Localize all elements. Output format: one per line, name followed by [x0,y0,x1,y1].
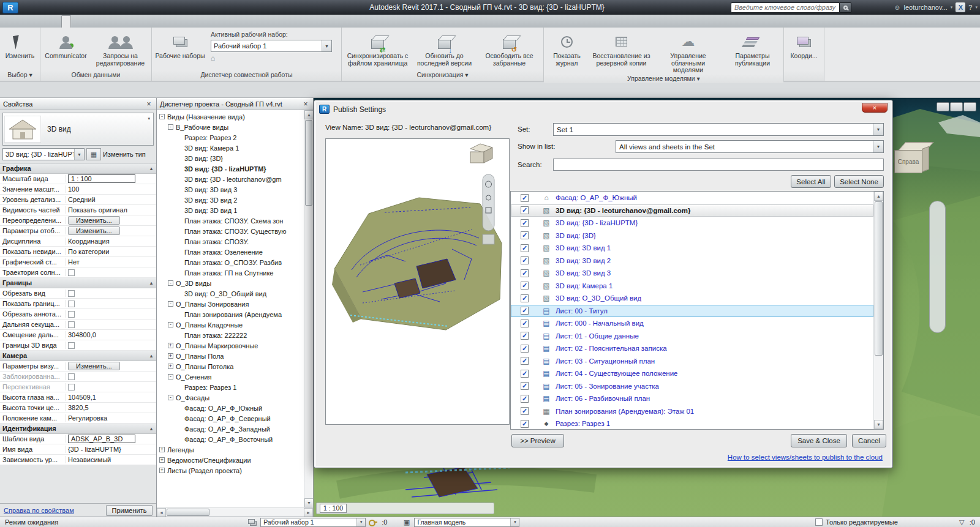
tree-item-label[interactable]: О_Планы Потолка [176,363,233,370]
active-workset-select[interactable]: Рабочий набор 1 ▼ [211,40,332,52]
tree-item-label[interactable]: Листы (Раздел проекта) [167,467,242,474]
tree-expander-icon[interactable]: - [168,301,173,307]
tree-item-label[interactable]: Виды (Назначение вида) [167,113,245,121]
tree-item[interactable]: План этажа: СПОЗУ. [157,236,313,247]
property-value[interactable]: 1 : 100 [68,174,135,183]
list-item[interactable]: ✓ ▧ 3D вид: 3D вид 2 [511,255,873,267]
tree-item-label[interactable]: О_Сечения [176,373,211,381]
tree-item[interactable]: Разрез: Разрез 2 [157,132,313,143]
ribbon-tab[interactable] [61,15,71,28]
account-name[interactable]: leoturchanov... [904,4,948,11]
browser-vertical-scrollbar[interactable]: ▲ ▼ [304,110,313,507]
dialog-titlebar[interactable]: R Publish Settings × [314,100,892,116]
property-edit-button[interactable]: Изменить... [68,226,120,235]
row-label[interactable]: Лист: 01 - Общие данные [556,332,639,340]
property-row[interactable]: Масштаб вида 1 : 100 1 : 100 [0,174,156,184]
tree-item[interactable]: План этажа: ГП на Спутнике [157,267,313,278]
panel-label-manage-models[interactable]: Управление моделями ▾ [544,74,783,83]
tree-item-label[interactable]: О_Планы Кладочные [176,321,243,329]
type-selector[interactable]: 3D вид ▾ [2,113,154,146]
property-row[interactable]: Параметры визу... Изменить... Изменить..… [0,361,156,372]
property-checkbox[interactable] [68,311,75,318]
save-close-button[interactable]: Save & Close [791,434,847,447]
tree-item[interactable]: + О_Планы Пола [157,351,313,361]
filter-icon[interactable]: ▽ [957,518,967,526]
list-item[interactable]: ✓ ▤ Лист: 05 - Зонирование участка [511,380,873,393]
property-row[interactable]: Смещение даль... 304800,0 304800,0 [0,330,156,340]
tree-expander-icon[interactable]: - [168,124,173,130]
tree-item-label[interactable]: О_Фасады [176,394,209,402]
exchange-apps-icon[interactable]: X [956,2,965,12]
list-item[interactable]: ✓ ▤ Лист: 03 - Ситуационный план [511,355,873,368]
tree-item[interactable]: + Ведомости/Спецификации [157,455,313,465]
scroll-up-icon[interactable]: ▲ [874,192,883,201]
list-item[interactable]: ✓ ▧ 3D вид: О_3D_Общий вид [511,292,873,305]
property-row[interactable]: Показать невиди... По категории По катег… [0,247,156,257]
ribbon-tab[interactable] [53,15,61,28]
property-row[interactable]: Обрезать вид [0,288,156,299]
tree-item[interactable]: 3D вид: О_3D_Общий вид [157,288,313,299]
property-row[interactable]: Обрезать аннота... [0,309,156,320]
tree-item[interactable]: + Легенды [157,444,313,455]
tree-item[interactable]: - О_Планы Кладочные [157,320,313,330]
tree-item-label[interactable]: План зонирования (Арендуема [184,311,282,318]
property-row[interactable]: Границы 3D вида [0,340,156,351]
property-row[interactable]: Идентификация ▴ [0,424,156,434]
tree-item[interactable]: План этажа: СПОЗУ. Существую [157,226,313,236]
tree-item-label[interactable]: План этажа: О_СПОЗУ. Разбив [184,259,282,266]
edit-type-icon[interactable]: ▦ [86,148,101,160]
ribbon-tab[interactable] [131,15,140,28]
property-edit-button[interactable]: Изменить... [68,362,120,370]
ribbon-tab[interactable] [140,15,148,28]
property-row[interactable]: Уровень детализ... Средний Средний [0,195,156,205]
row-checkbox[interactable]: ✓ [521,307,529,315]
property-row[interactable]: Дисциплина Координация Координация [0,236,156,247]
row-checkbox[interactable]: ✓ [521,357,529,365]
list-item[interactable]: ✓ ▧ 3D вид: 3D вид 3 [511,267,873,280]
panel-label-worksets[interactable]: Диспетчер совместной работы [152,70,341,81]
tree-item-label[interactable]: Разрез: Разрез 2 [184,134,236,141]
tree-item-label[interactable]: 3D вид: 3D вид 1 [184,207,237,214]
ribbon-tab[interactable] [153,15,162,28]
property-row[interactable]: Графический ст... Нет Нет [0,257,156,267]
worksets-button[interactable]: Рабочие наборы [153,29,207,70]
tree-item[interactable]: 3D вид: {3D - leoturchanov@gm [157,174,313,184]
ribbon-tab[interactable] [27,15,36,28]
tree-item-label[interactable]: Фасад: О_АР_Ф_Северный [184,415,271,422]
row-label[interactable]: Лист: 00 - Титул [556,307,608,315]
list-item[interactable]: ✓ ▤ Лист: 000 - Начальный вид [511,317,873,330]
show-history-button[interactable]: Показать журнал [546,29,589,74]
cancel-button[interactable]: Cancel [852,434,886,447]
row-checkbox[interactable]: ✓ [521,269,529,277]
tree-item-label[interactable]: О_3D виды [176,280,211,287]
tree-expander-icon[interactable]: - [168,395,173,400]
select-none-button[interactable]: Select None [834,175,884,188]
property-row[interactable]: Траектория солн... [0,267,156,278]
coordination-button[interactable]: Коорди... [789,29,818,70]
property-row[interactable]: Границы ▴ [0,278,156,288]
property-row[interactable]: Зависимость ур... Независимый Независимы… [0,455,156,465]
list-vertical-scrollbar[interactable]: ▲ ▼ [873,192,883,429]
panel-label-select[interactable]: Выбор ▾ [0,70,40,81]
ribbon-tab[interactable] [36,15,44,28]
show-in-list-select[interactable]: All views and sheets in the Set ▼ [616,140,884,153]
tree-item[interactable]: Фасад: О_АР_Ф_Восточный [157,434,313,444]
close-icon[interactable]: × [145,100,153,108]
tree-item[interactable]: План этажа: О_СПОЗУ. Разбив [157,257,313,267]
tree-expander-icon[interactable]: - [168,280,173,286]
row-label[interactable]: 3D вид: 3D вид 1 [556,244,611,252]
property-row[interactable]: Имя вида {3D - lizaHUPTM} {3D - lizaHUPT… [0,444,156,455]
tree-expander-icon[interactable]: - [159,114,165,119]
row-checkbox[interactable]: ✓ [521,407,529,415]
tree-item-label[interactable]: План этажа: 222222 [184,332,247,339]
row-label[interactable]: 3D вид: {3D - leoturchanov@gmail.com} [556,207,691,214]
tree-item[interactable]: Фасад: О_АР_Ф_Северный [157,413,313,424]
sync-with-central-button[interactable]: ⇄ Синхронизировать с файлом хранилища [344,29,412,70]
scrollbar-thumb[interactable] [167,509,209,516]
property-row[interactable]: Графика ▴ [0,163,156,174]
ribbon-tab[interactable] [80,15,88,28]
ribbon-tab[interactable] [105,15,114,28]
row-checkbox[interactable]: ✓ [521,256,529,264]
tree-item[interactable]: - В_Рабочие виды [157,122,313,132]
tree-item[interactable]: Разрез: Разрез 1 [157,382,313,392]
